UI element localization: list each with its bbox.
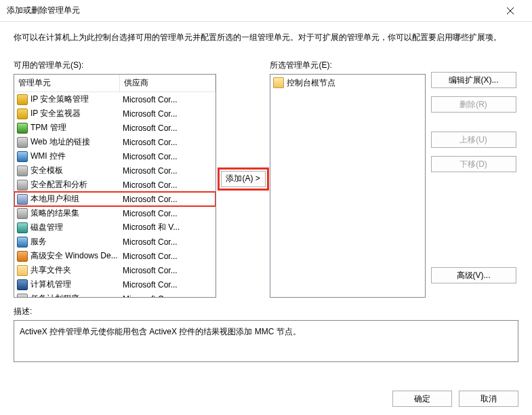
snapin-vendor: Microsoft Cor... [121,180,216,190]
snapin-name: 磁盘管理 [30,222,121,233]
snapin-vendor: Microsoft Cor... [121,95,216,104]
snapin-vendor: Microsoft Cor... [121,209,216,218]
col-header-vendor[interactable]: 供应商 [120,75,216,92]
middle-column: 添加(A) > [216,60,270,298]
snapin-vendor: Microsoft Cor... [121,237,216,247]
snapin-icon [17,137,28,148]
snapin-name: IP 安全策略管理 [30,94,121,105]
snapin-icon [17,151,28,162]
snapin-vendor: Microsoft Cor... [121,123,216,133]
snapin-icon [17,94,28,105]
snapin-vendor: Microsoft Cor... [121,195,216,204]
snapin-vendor: Microsoft Cor... [121,266,216,275]
edit-extensions-button[interactable]: 编辑扩展(X)... [431,72,516,88]
snapin-name: IP 安全监视器 [30,108,121,119]
available-listbox[interactable]: 管理单元 供应商 IP 安全策略管理Microsoft Cor...IP 安全监… [14,74,216,298]
list-item[interactable]: 本地用户和组Microsoft Cor... [14,192,216,206]
list-item[interactable]: 高级安全 Windows De...Microsoft Cor... [14,249,216,263]
window-title: 添加或删除管理单元 [7,5,495,16]
snapin-icon [17,180,28,191]
add-button[interactable]: 添加(A) > [221,171,266,187]
list-item[interactable]: IP 安全监视器Microsoft Cor... [14,106,216,121]
snapin-name: Web 地址的链接 [30,136,121,148]
selected-listbox[interactable]: 控制台根节点 [270,74,425,298]
snapin-icon [17,265,28,276]
available-label: 可用的管理单元(S): [14,60,216,71]
selected-column: 所选管理单元(E): 控制台根节点 [270,60,425,298]
advanced-button[interactable]: 高级(V)... [431,267,516,283]
description-box: ActiveX 控件管理单元使你能用包含 ActiveX 控件的结果视图添加 M… [14,320,518,362]
side-buttons-column: 编辑扩展(X)... 删除(R) 上移(U) 下移(D) 高级(V)... [431,60,518,298]
intro-text: 你可以在计算机上为此控制台选择可用的管理单元并配置所选的一组管理单元。对于可扩展… [14,31,518,43]
snapin-icon [17,165,28,176]
list-item[interactable]: TPM 管理Microsoft Cor... [14,121,216,135]
snapin-icon [17,222,28,233]
snapin-name: 策略的结果集 [30,208,121,219]
available-list-header: 管理单元 供应商 [14,75,216,92]
list-item[interactable]: Web 地址的链接Microsoft Cor... [14,135,216,149]
spacer-label [431,60,518,69]
snapin-name: TPM 管理 [30,122,121,134]
snapin-vendor: Microsoft Cor... [121,166,216,176]
list-item[interactable]: 服务Microsoft Cor... [14,235,216,249]
snapin-icon [17,108,28,119]
main-columns: 可用的管理单元(S): 管理单元 供应商 IP 安全策略管理Microsoft … [14,60,518,298]
move-up-button[interactable]: 上移(U) [431,132,516,148]
snapin-name: 本地用户和组 [30,193,121,205]
snapin-icon [17,123,28,134]
description-section: 描述: ActiveX 控件管理单元使你能用包含 ActiveX 控件的结果视图… [14,306,518,362]
snapin-name: 计算机管理 [30,279,121,290]
snapin-vendor: Microsoft Cor... [121,280,216,290]
snapin-name: WMI 控件 [30,151,121,162]
dialog-footer: 确定 取消 [392,391,518,407]
list-item[interactable]: 安全模板Microsoft Cor... [14,163,216,178]
selected-root-item[interactable]: 控制台根节点 [272,76,423,90]
snapin-name: 共享文件夹 [30,264,121,276]
snapin-icon [17,194,28,205]
list-item[interactable]: 共享文件夹Microsoft Cor... [14,263,216,277]
list-item[interactable]: 磁盘管理Microsoft 和 V... [14,220,216,235]
snapin-vendor: Microsoft Cor... [121,252,216,261]
available-list-body[interactable]: IP 安全策略管理Microsoft Cor...IP 安全监视器Microso… [14,92,216,297]
move-down-button[interactable]: 下移(D) [431,156,516,172]
snapin-icon [17,279,28,290]
dialog-content: 你可以在计算机上为此控制台选择可用的管理单元并配置所选的一组管理单元。对于可扩展… [0,22,532,369]
snapin-vendor: Microsoft Cor... [121,109,216,119]
titlebar: 添加或删除管理单元 [0,0,532,22]
snapin-name: 高级安全 Windows De... [30,250,121,262]
snapin-icon [17,208,28,219]
snapin-icon [17,294,28,298]
snapin-vendor: Microsoft Cor... [121,152,216,161]
ok-button[interactable]: 确定 [392,391,452,407]
remove-button[interactable]: 删除(R) [431,96,516,113]
col-header-snapin[interactable]: 管理单元 [14,75,120,92]
list-item[interactable]: IP 安全策略管理Microsoft Cor... [14,92,216,106]
close-icon [507,7,514,14]
snapin-name: 服务 [30,236,121,248]
snapin-name: 任务计划程序 [30,293,121,297]
list-item[interactable]: WMI 控件Microsoft Cor... [14,149,216,163]
close-button[interactable] [495,1,525,21]
snapin-vendor: Microsoft 和 V... [121,222,216,233]
snapin-vendor: Microsoft Cor... [121,294,216,298]
list-item[interactable]: 计算机管理Microsoft Cor... [14,277,216,292]
snapin-icon [17,237,28,248]
cancel-button[interactable]: 取消 [459,391,518,407]
snapin-icon [17,251,28,262]
add-button-highlight: 添加(A) > [218,167,269,191]
description-label: 描述: [14,306,518,317]
selected-label: 所选管理单元(E): [270,60,425,71]
snapin-name: 安全配置和分析 [30,179,121,191]
folder-icon [273,77,284,88]
snapin-vendor: Microsoft Cor... [121,138,216,147]
selected-root-label: 控制台根节点 [287,77,335,89]
snapin-name: 安全模板 [30,165,121,176]
list-item[interactable]: 任务计划程序Microsoft Cor... [14,292,216,297]
available-column: 可用的管理单元(S): 管理单元 供应商 IP 安全策略管理Microsoft … [14,60,216,298]
list-item[interactable]: 策略的结果集Microsoft Cor... [14,206,216,220]
list-item[interactable]: 安全配置和分析Microsoft Cor... [14,178,216,192]
